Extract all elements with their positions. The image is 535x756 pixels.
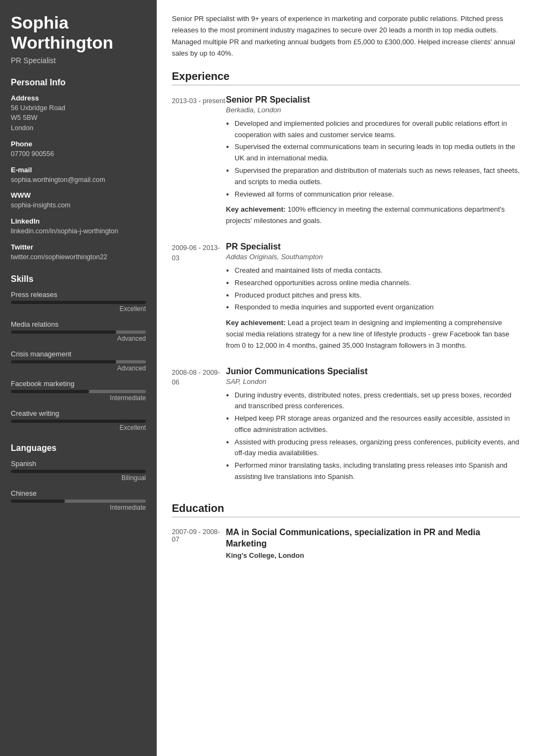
company-1: Adidas Originals, Southampton <box>226 253 520 261</box>
bullet: Performed minor translating tasks, inclu… <box>235 460 520 483</box>
skill-bar-press-releases <box>11 301 146 304</box>
entry-date-0: 2013-03 - present <box>172 95 226 227</box>
experience-section: Experience 2013-03 - present Senior PR S… <box>172 70 520 487</box>
job-title-1: PR Specialist <box>226 242 520 252</box>
bullet: Created and maintained lists of media co… <box>235 265 520 276</box>
key-achievement-0: Key achievement: 100% efficiency in meet… <box>226 204 520 227</box>
personal-info-heading: Personal Info <box>11 78 146 87</box>
company-2: SAP, London <box>226 377 520 386</box>
linkedin-label: LinkedIn <box>11 217 146 225</box>
education-heading: Education <box>172 502 520 517</box>
bullet: Helped keep PR storage areas organized a… <box>235 413 520 436</box>
bullet: Supervised the preparation and distribut… <box>235 165 520 188</box>
language-chinese: Chinese Intermediate <box>11 489 146 511</box>
bullet: During industry events, distributed note… <box>235 390 520 413</box>
skill-creative-writing: Creative writing Excellent <box>11 409 146 431</box>
entry-body-1: PR Specialist Adidas Originals, Southamp… <box>226 242 520 352</box>
edu-date-0: 2007-09 - 2008-07 <box>172 527 226 560</box>
phone-value: 07700 900556 <box>11 149 146 159</box>
skill-media-relations: Media relations Advanced <box>11 320 146 342</box>
bullet: Produced product pitches and press kits. <box>235 290 520 301</box>
phone-label: Phone <box>11 140 146 148</box>
entry-body-0: Senior PR Specialist Berkadia, London De… <box>226 95 520 227</box>
experience-entry-2: 2008-08 - 2009-06 Junior Communications … <box>172 367 520 487</box>
candidate-title: PR Specialist <box>11 56 146 65</box>
summary-text: Senior PR specialist with 9+ years of ex… <box>172 13 520 59</box>
skill-bar-creative-writing <box>11 420 146 423</box>
bullet: Assisted with producing press releases, … <box>235 437 520 460</box>
candidate-name: Sophia Worthington <box>11 13 146 53</box>
twitter-label: Twitter <box>11 243 146 251</box>
edu-school-0: King's College, London <box>226 551 520 559</box>
experience-entry-1: 2009-06 - 2013-03 PR Specialist Adidas O… <box>172 242 520 352</box>
edu-degree-0: MA in Social Communications, specializat… <box>226 527 520 550</box>
email-label: E-mail <box>11 166 146 174</box>
job-title-2: Junior Communications Specialist <box>226 367 520 376</box>
bullet: Responded to media inquiries and support… <box>235 302 520 313</box>
bullet: Reviewed all forms of communication prio… <box>235 189 520 200</box>
key-achievement-1: Key achievement: Lead a project team in … <box>226 318 520 351</box>
entry-date-2: 2008-08 - 2009-06 <box>172 367 226 487</box>
experience-heading: Experience <box>172 70 520 85</box>
twitter-value: twitter.com/sophieworthington22 <box>11 252 146 262</box>
bullet: Developed and implemented policies and p… <box>235 118 520 141</box>
bullets-0: Developed and implemented policies and p… <box>226 118 520 200</box>
bullets-2: During industry events, distributed note… <box>226 390 520 483</box>
www-value: sophia-insights.com <box>11 200 146 211</box>
job-title-0: Senior PR Specialist <box>226 95 520 105</box>
www-label: WWW <box>11 191 146 199</box>
skill-press-releases: Press releases Excellent <box>11 291 146 313</box>
skill-crisis-management: Crisis management Advanced <box>11 350 146 372</box>
experience-entry-0: 2013-03 - present Senior PR Specialist B… <box>172 95 520 227</box>
skill-bar-facebook-marketing <box>11 390 146 393</box>
address-label: Address <box>11 94 146 102</box>
entry-body-2: Junior Communications Specialist SAP, Lo… <box>226 367 520 487</box>
skill-facebook-marketing: Facebook marketing Intermediate <box>11 380 146 402</box>
lang-bar-spanish <box>11 470 146 473</box>
main-content: Senior PR specialist with 9+ years of ex… <box>157 0 535 756</box>
entry-date-1: 2009-06 - 2013-03 <box>172 242 226 352</box>
languages-heading: Languages <box>11 443 146 453</box>
address-value: 56 Uxbridge Road W5 5BW London <box>11 103 146 133</box>
bullet: Researched opportunities across online m… <box>235 278 520 289</box>
skills-heading: Skills <box>11 274 146 284</box>
bullets-1: Created and maintained lists of media co… <box>226 265 520 313</box>
education-section: Education 2007-09 - 2008-07 MA in Social… <box>172 502 520 560</box>
language-spanish: Spanish Bilingual <box>11 460 146 482</box>
education-entry-0: 2007-09 - 2008-07 MA in Social Communica… <box>172 527 520 560</box>
skill-bar-media-relations <box>11 330 146 334</box>
lang-bar-chinese <box>11 500 146 503</box>
bullet: Supervised the external communications t… <box>235 141 520 164</box>
skill-bar-crisis-management <box>11 360 146 363</box>
linkedin-value: linkedin.com/in/sophia-j-worthington <box>11 226 146 237</box>
edu-body-0: MA in Social Communications, specializat… <box>226 527 520 560</box>
company-0: Berkadia, London <box>226 106 520 114</box>
email-value: sophia.worthington@gmail.com <box>11 175 146 185</box>
sidebar: Sophia Worthington PR Specialist Persona… <box>0 0 157 756</box>
